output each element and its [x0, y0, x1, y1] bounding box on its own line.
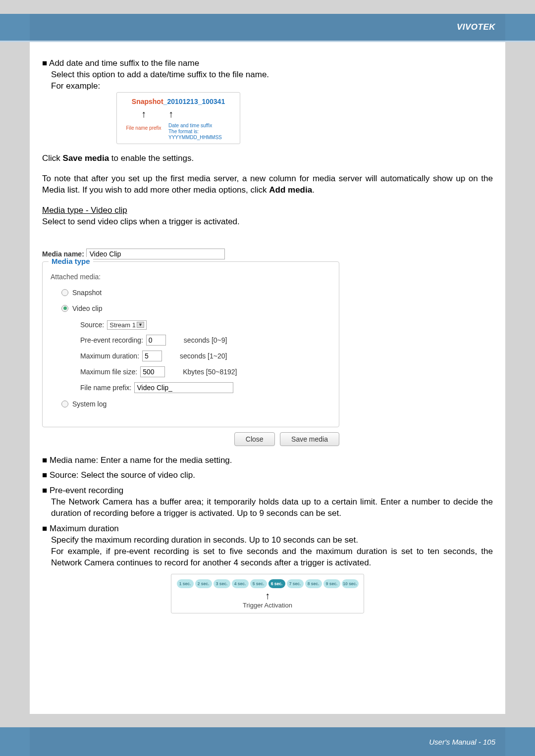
arrow-up-icon: ↑ — [141, 108, 146, 119]
bullet-preevent-body: The Network Camera has a buffer area; it… — [42, 497, 493, 519]
timeline-pill: 10 sec. — [342, 579, 359, 588]
maxdur-input[interactable] — [142, 351, 162, 361]
bullet-maxdur-body1: Specify the maximum recording duration i… — [42, 535, 493, 546]
brand-text: VIVOTEK — [457, 22, 495, 32]
label-videoclip: Video clip — [72, 304, 102, 312]
label-prefix: File name prefix: — [80, 384, 131, 392]
timeline-pill: 6 sec. — [268, 579, 285, 588]
bullet-add-date-suffix: ■ Add date and time suffix to the file n… — [42, 58, 493, 69]
timeline-pill: 9 sec. — [323, 579, 340, 588]
label-maxdur: Maximum duration: — [80, 352, 139, 360]
text-select-send-clips: Select to send video clips when a trigge… — [42, 216, 493, 228]
label-maxsize: Maximum file size: — [80, 368, 137, 376]
trigger-diagram: 1 sec.2 sec.3 sec.4 sec.5 sec.6 sec.7 se… — [171, 574, 364, 613]
bullet-source: ■ Source: Select the source of video cli… — [42, 470, 493, 481]
maxsize-input[interactable] — [140, 366, 165, 377]
heading-media-type-video: Media type - Video clip — [42, 205, 493, 216]
radio-videoclip-row[interactable]: Video clip — [61, 304, 331, 312]
timeline-pill: 2 sec. — [195, 579, 212, 588]
preevent-input[interactable] — [146, 335, 166, 346]
page-header: VIVOTEK — [0, 0, 535, 41]
arrow-up-icon: ↑ — [168, 108, 173, 119]
label-source: Source: — [80, 321, 104, 329]
radio-syslog[interactable] — [61, 401, 68, 407]
unit-preevent: seconds [0~9] — [184, 336, 227, 344]
text-click-save: Click Save media to enable the settings. — [42, 153, 493, 164]
text-for-example: For example: — [42, 81, 493, 92]
legend-media-type: Media type — [49, 257, 93, 265]
label-trigger-activation: Trigger Activation — [175, 602, 360, 609]
chevron-down-icon[interactable]: ▼ — [137, 322, 144, 328]
media-name-input[interactable] — [86, 249, 225, 259]
timeline-pill: 1 sec. — [177, 579, 194, 588]
text-note-paragraph: To note that after you set up the first … — [42, 173, 493, 196]
bullet-maxdur-body2: For example, if pre-event recording is s… — [42, 546, 493, 569]
footer-text: User's Manual - 105 — [429, 738, 495, 746]
timeline-pills: 1 sec.2 sec.3 sec.4 sec.5 sec.6 sec.7 se… — [175, 579, 360, 588]
bullet-maxdur-title: ■ Maximum duration — [42, 523, 493, 535]
source-select[interactable]: Stream 1 ▼ — [107, 320, 147, 330]
timeline-pill: 8 sec. — [305, 579, 322, 588]
text-select-option: Select this option to add a date/time su… — [42, 69, 493, 81]
bullet-media-name: ■ Media name: Enter a name for the media… — [42, 455, 493, 466]
timeline-pill: 3 sec. — [214, 579, 230, 588]
close-button[interactable]: Close — [234, 432, 275, 446]
unit-maxsize: Kbytes [50~8192] — [183, 368, 237, 376]
label-attached-media: Attached media: — [51, 273, 331, 281]
snapshot-example-box: Snapshot_20101213_100341 ↑ ↑ File name p… — [116, 92, 240, 144]
timeline-pill: 4 sec. — [232, 579, 249, 588]
radio-snapshot[interactable] — [61, 289, 68, 296]
label-snapshot: Snapshot — [72, 289, 102, 297]
label-preevent: Pre-event recording: — [80, 336, 143, 344]
label-format: The format is: YYYYMMDD_HHMMSS — [168, 129, 236, 141]
label-file-prefix: File name prefix — [126, 125, 161, 131]
save-media-button[interactable]: Save media — [280, 432, 339, 446]
radio-snapshot-row[interactable]: Snapshot — [61, 289, 331, 297]
unit-maxdur: seconds [1~20] — [180, 352, 227, 360]
timeline-pill: 5 sec. — [250, 579, 267, 588]
prefix-input[interactable] — [134, 382, 233, 393]
arrow-up-icon: ↑ — [175, 590, 360, 602]
radio-videoclip[interactable] — [61, 305, 68, 312]
media-dialog: Media name: Media type Attached media: S… — [42, 249, 339, 446]
bullet-preevent-title: ■ Pre-event recording — [42, 485, 493, 497]
page-footer: User's Manual - 105 — [0, 727, 535, 756]
radio-syslog-row[interactable]: System log — [61, 400, 331, 408]
label-date-suffix: Date and time suffix — [168, 123, 236, 129]
timeline-pill: 7 sec. — [287, 579, 304, 588]
snapshot-filename: Snapshot_20101213_100341 — [121, 98, 236, 105]
page-body: ■ Add date and time suffix to the file n… — [30, 41, 505, 714]
label-syslog: System log — [72, 400, 107, 408]
media-type-fieldset: Media type Attached media: Snapshot Vide… — [42, 261, 339, 427]
